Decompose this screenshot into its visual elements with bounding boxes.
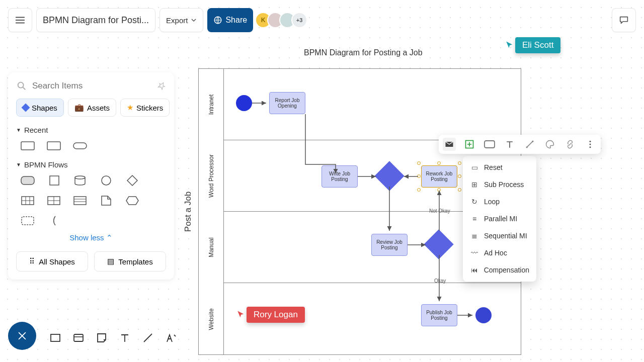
- menu-reset[interactable]: ▭Reset: [463, 159, 536, 176]
- diagram-title: BPMN Diagram for Posting a Job: [304, 48, 423, 57]
- avatar-more[interactable]: +3: [291, 12, 307, 28]
- shape-hexagon[interactable]: [124, 195, 141, 206]
- shape-square[interactable]: [45, 175, 62, 186]
- bpmn-shapes: [16, 175, 166, 226]
- tool-frame[interactable]: [71, 331, 86, 345]
- menu-compensation[interactable]: ⏮Compensation: [463, 261, 536, 279]
- selection-handles: [419, 163, 459, 190]
- topbar: BPMN Diagram for Posti... Export Share K…: [8, 8, 307, 32]
- menu-button[interactable]: [8, 8, 32, 32]
- tool-line[interactable]: [141, 331, 155, 345]
- tab-shapes[interactable]: Shapes: [16, 99, 64, 117]
- svg-point-8: [102, 176, 111, 185]
- task-report[interactable]: Report Job Opening: [269, 92, 305, 114]
- templates-icon: ▤: [107, 257, 114, 266]
- shape-document[interactable]: [98, 195, 115, 206]
- ctx-add[interactable]: [463, 138, 476, 151]
- show-less-link[interactable]: Show less ⌃: [16, 233, 166, 242]
- triangle-down-icon: ▼: [16, 162, 21, 167]
- context-menu: ▭Reset ⊞Sub Process ↻Loop ≡Parallel MI ≣…: [463, 156, 536, 282]
- bottom-toolbar: [42, 326, 184, 350]
- pin-icon[interactable]: [155, 80, 168, 93]
- menu-sequential[interactable]: ≣Sequential MI: [463, 227, 536, 244]
- tab-stickers[interactable]: ★Stickers: [120, 99, 170, 117]
- end-event[interactable]: [475, 307, 492, 323]
- tool-sticky[interactable]: [95, 331, 109, 345]
- flow-arrow: [408, 244, 429, 246]
- ctx-color[interactable]: [543, 138, 556, 151]
- shape-dashed[interactable]: [19, 215, 36, 226]
- tool-pen[interactable]: [164, 331, 178, 345]
- ctx-more[interactable]: [584, 138, 597, 151]
- shape-rounded[interactable]: [19, 175, 36, 186]
- shape-list[interactable]: [71, 195, 89, 206]
- close-panel-button[interactable]: [8, 322, 36, 350]
- document-title[interactable]: BPMN Diagram for Posti...: [36, 8, 155, 32]
- shape-grid[interactable]: [45, 195, 62, 206]
- cursor-eli: Eli Scott: [505, 37, 560, 53]
- share-button[interactable]: Share: [207, 8, 253, 32]
- dashed-rect-icon: ▭: [470, 163, 479, 171]
- sequential-icon: ≣: [470, 232, 479, 240]
- shape-rect[interactable]: [19, 140, 36, 151]
- shape-rect2[interactable]: [45, 140, 62, 151]
- flow-arrow: [358, 175, 379, 177]
- task-rework[interactable]: Rework Job Posting: [421, 165, 457, 188]
- ctx-envelope[interactable]: [443, 138, 456, 151]
- shape-pill[interactable]: [71, 140, 89, 151]
- svg-rect-25: [485, 141, 495, 148]
- start-event[interactable]: [236, 95, 252, 111]
- shape-circle[interactable]: [98, 175, 115, 186]
- export-label: Export: [166, 16, 188, 25]
- menu-adhoc[interactable]: 〰Ad Hoc: [463, 244, 536, 261]
- all-shapes-button[interactable]: ⠿All Shapes: [16, 251, 88, 272]
- ctx-connector[interactable]: [523, 138, 536, 151]
- svg-point-30: [590, 146, 591, 148]
- svg-rect-2: [21, 142, 34, 150]
- chat-icon: [618, 14, 629, 26]
- section-recent[interactable]: ▼Recent: [16, 126, 166, 134]
- shape-diamond[interactable]: [124, 175, 141, 186]
- ctx-text[interactable]: [503, 138, 516, 151]
- svg-point-28: [590, 141, 591, 142]
- shape-cylinder[interactable]: [71, 175, 89, 186]
- flow-arrow: [457, 314, 475, 316]
- chat-button[interactable]: [612, 8, 636, 32]
- palette-icon: [545, 139, 555, 149]
- search-input[interactable]: [32, 81, 152, 91]
- svg-rect-3: [47, 142, 60, 150]
- shape-table[interactable]: [19, 195, 36, 206]
- recent-shapes: [16, 140, 166, 151]
- tool-text[interactable]: [118, 331, 132, 345]
- svg-rect-13: [51, 334, 60, 341]
- hamburger-icon: [15, 15, 26, 26]
- export-button[interactable]: Export: [159, 8, 203, 32]
- shape-paren[interactable]: [45, 215, 62, 226]
- shapes-panel: Shapes 💼Assets ★Stickers ▼Recent ▼BPMN F…: [8, 72, 174, 280]
- globe-icon: [213, 16, 222, 25]
- task-publish[interactable]: Publish Job Posting: [421, 304, 457, 326]
- templates-button[interactable]: ▤Templates: [94, 251, 166, 272]
- ctx-link[interactable]: [564, 138, 577, 151]
- collaborator-avatars[interactable]: K +3: [259, 12, 307, 28]
- section-bpmn[interactable]: ▼BPMN Flows: [16, 160, 166, 169]
- flow-arrow: [438, 188, 440, 234]
- task-review[interactable]: Review Job Posting: [371, 234, 408, 256]
- svg-point-7: [75, 176, 85, 179]
- cursor-rory: Rory Logan: [236, 307, 305, 323]
- cursor-icon: [505, 41, 514, 50]
- chevron-down-icon: [191, 17, 197, 23]
- svg-point-27: [532, 141, 533, 142]
- close-icon: [17, 330, 28, 341]
- menu-subprocess[interactable]: ⊞Sub Process: [463, 176, 536, 193]
- pool-title: Post a Job: [183, 192, 193, 232]
- tab-assets[interactable]: 💼Assets: [68, 99, 116, 117]
- menu-parallel[interactable]: ≡Parallel MI: [463, 210, 536, 227]
- lane-intranet[interactable]: Intranet: [224, 69, 521, 140]
- svg-point-26: [526, 146, 528, 148]
- tool-rectangle[interactable]: [48, 331, 62, 345]
- svg-rect-12: [22, 217, 34, 225]
- ctx-rect[interactable]: [483, 138, 496, 151]
- menu-loop[interactable]: ↻Loop: [463, 193, 536, 210]
- link-icon: [565, 139, 575, 149]
